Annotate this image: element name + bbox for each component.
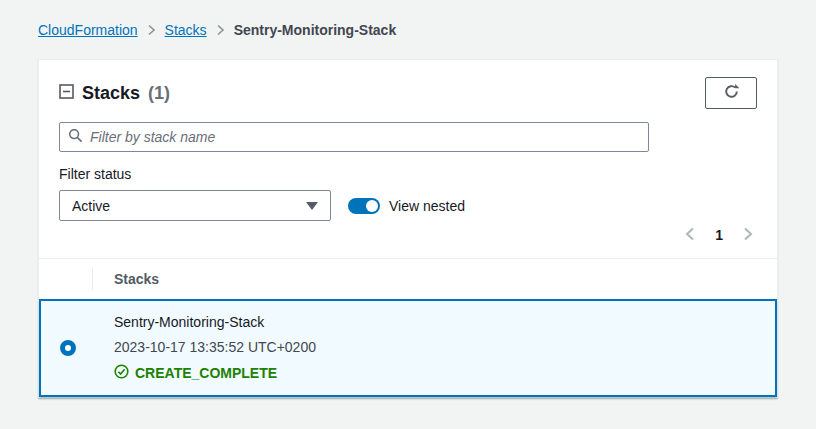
pagination: 1 <box>59 222 757 248</box>
check-circle-icon <box>114 364 129 382</box>
panel-title: Stacks <box>82 83 140 104</box>
collapse-minus-icon <box>59 84 74 102</box>
stack-radio-selected[interactable] <box>60 340 76 356</box>
refresh-button[interactable] <box>705 77 757 109</box>
stack-status: CREATE_COMPLETE <box>114 364 316 382</box>
panel-header: Stacks (1) <box>59 77 757 109</box>
filter-status-label: Filter status <box>59 166 757 182</box>
filter-controls-row: Active View nested <box>59 190 757 221</box>
filter-status-select[interactable]: Active <box>59 190 331 221</box>
page-number-current[interactable]: 1 <box>709 225 729 245</box>
chevron-left-icon <box>685 227 695 244</box>
search-icon <box>68 128 83 146</box>
cloudformation-stacks-page: CloudFormation Stacks Sentry-Monitoring-… <box>0 0 816 398</box>
stack-created-timestamp: 2023-10-17 13:35:52 UTC+0200 <box>114 339 316 355</box>
stack-row-selected[interactable]: Sentry-Monitoring-Stack 2023-10-17 13:35… <box>39 299 777 397</box>
column-divider <box>92 268 93 290</box>
breadcrumb-current: Sentry-Monitoring-Stack <box>234 22 397 38</box>
stacks-count-badge: (1) <box>148 83 170 104</box>
stack-row-content: Sentry-Monitoring-Stack 2023-10-17 13:35… <box>114 301 316 395</box>
breadcrumb-link-cloudformation[interactable]: CloudFormation <box>38 22 138 38</box>
search-input[interactable] <box>90 129 640 145</box>
next-page-button[interactable] <box>739 225 757 246</box>
table-header-row: Stacks <box>39 259 777 299</box>
breadcrumb-link-stacks[interactable]: Stacks <box>165 22 207 38</box>
radio-cell <box>41 340 114 356</box>
view-nested-label: View nested <box>389 198 465 214</box>
breadcrumb: CloudFormation Stacks Sentry-Monitoring-… <box>38 22 778 38</box>
panel-title-group: Stacks (1) <box>59 83 170 104</box>
stacks-panel: Stacks (1) Filter status Active <box>38 59 778 398</box>
chevron-right-icon <box>216 24 225 36</box>
refresh-icon <box>723 83 740 103</box>
chevron-right-icon <box>743 227 753 244</box>
collapse-section-button[interactable] <box>59 84 74 102</box>
stack-name: Sentry-Monitoring-Stack <box>114 314 316 330</box>
stack-status-label: CREATE_COMPLETE <box>135 365 277 381</box>
caret-down-icon <box>306 202 318 210</box>
stacks-column-header: Stacks <box>114 271 159 287</box>
filter-status-selected-value: Active <box>72 198 110 214</box>
stack-filter-searchbox <box>59 122 649 152</box>
view-nested-toggle-group: View nested <box>348 198 465 214</box>
view-nested-toggle[interactable] <box>348 198 380 214</box>
chevron-right-icon <box>147 24 156 36</box>
previous-page-button[interactable] <box>681 225 699 246</box>
toggle-knob <box>366 200 378 212</box>
